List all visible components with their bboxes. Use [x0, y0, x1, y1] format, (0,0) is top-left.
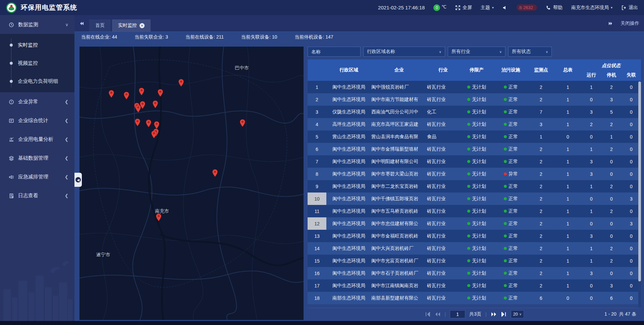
next-page-button[interactable]: [491, 312, 497, 317]
row-region-cell: 阆中生态环境局: [326, 146, 371, 152]
sidebar-group-日志查看[interactable]: 日志查看❮: [0, 186, 74, 205]
table-row[interactable]: 6阆中生态环境局阆中市金博瑞新型墙材砖瓦行业无计划正常21120: [308, 143, 641, 155]
row-stopped-count: 2: [601, 258, 622, 264]
row-enterprise-cell[interactable]: 阆中市五马桥页岩机砖: [371, 208, 427, 214]
tabs-scroll-right-icon[interactable]: [608, 21, 613, 26]
theme-dropdown[interactable]: 主题▾: [481, 5, 494, 11]
row-facility-status-cell: 正常: [494, 208, 528, 214]
table-row[interactable]: 9阆中生态环境局阆中市二龙长宝页岩砖砖瓦行业无计划正常21120: [308, 180, 641, 193]
row-enterprise-cell[interactable]: 阆中市枣碧大梁山页岩: [371, 171, 427, 177]
map-panel[interactable]: 巴中市南充市遂宁市: [79, 47, 304, 320]
sidebar-group-企业异常[interactable]: 企业异常❮: [0, 92, 74, 111]
close-operations-button[interactable]: 关闭操作: [621, 20, 639, 26]
scrollbar-thumb[interactable]: [638, 82, 641, 281]
first-page-button[interactable]: [425, 312, 431, 317]
map-pin-icon[interactable]: [135, 105, 141, 113]
last-page-button[interactable]: [501, 312, 507, 317]
row-enterprise-cell[interactable]: 南充市高坪区王家店建: [371, 121, 427, 127]
sidebar-collapse-handle[interactable]: ◀: [74, 173, 82, 187]
logout-button[interactable]: 退出: [621, 5, 638, 11]
region-filter-select[interactable]: 行政区域名称∨: [363, 47, 445, 57]
map-pin-icon[interactable]: [156, 213, 162, 221]
map-pin-icon[interactable]: [154, 121, 160, 129]
user-dropdown[interactable]: 南充市生态环境局▾: [571, 5, 612, 11]
row-enterprise-cell[interactable]: 阆中市江南镇阆南页岩: [371, 283, 427, 289]
sidebar-group-基础数据管理[interactable]: 基础数据管理❮: [0, 149, 74, 167]
help-button[interactable]: 帮助: [546, 5, 562, 11]
table-row[interactable]: 15阆中生态环境局阆中市光富页岩机砖厂砖瓦行业无计划正常21120: [308, 255, 641, 267]
sidebar-group-数据监测[interactable]: 数据监测∨: [0, 15, 74, 34]
mute-button[interactable]: [502, 5, 508, 10]
table-row[interactable]: 10阆中生态环境局阆中千佛镇五郎垭页岩砖瓦行业无计划正常21003: [308, 193, 641, 205]
table-row[interactable]: 2阆中生态环境局阆中市南方节能建材有砖瓦行业无计划正常21030: [308, 93, 641, 106]
map-pin-icon[interactable]: [135, 118, 141, 126]
sidebar-item-企业电力负荷明细[interactable]: 企业电力负荷明细: [0, 72, 74, 90]
row-index-cell: 11: [308, 205, 326, 217]
sidebar-item-实时监控[interactable]: 实时监控: [0, 36, 74, 54]
table-row[interactable]: 18南部生态环境局南部县新型建材有限公砖瓦行业无计划正常60060: [308, 292, 641, 304]
green-status-dot: [467, 123, 470, 126]
sidebar-group-企业综合统计[interactable]: 企业综合统计❮: [0, 111, 74, 130]
table-row[interactable]: 5营山生态环境局营山县润丰肉食品有限食品无计划正常10010: [308, 130, 641, 143]
row-facility-status-cell: 正常: [494, 246, 528, 252]
row-enterprise-cell[interactable]: 阆中大兴页岩机砖厂: [371, 246, 427, 252]
row-facility-status-cell: 正常: [494, 196, 528, 202]
table-row[interactable]: 7阆中生态环境局阆中明阳建材有限公司砖瓦行业无计划正常21300: [308, 155, 641, 168]
row-enterprise-cell[interactable]: 阆中市金福旺页岩机砖: [371, 233, 427, 239]
industry-filter-select[interactable]: 所有行业∨: [448, 47, 505, 57]
green-status-dot: [504, 110, 507, 113]
map-pin-icon[interactable]: [178, 79, 184, 87]
row-enterprise-cell[interactable]: 营山县润丰肉食品有限: [371, 134, 427, 140]
fullscreen-button[interactable]: 全屏: [455, 5, 472, 11]
table-row[interactable]: 14阆中生态环境局阆中大兴页岩机砖厂砖瓦行业无计划正常21120: [308, 242, 641, 255]
tab-实时监控[interactable]: 实时监控✕: [112, 19, 151, 32]
page-size-select[interactable]: 20∨: [511, 310, 524, 318]
table-body: 1阆中生态环境局阆中强锐页岩砖厂砖瓦行业无计划正常211202阆中生态环境局阆中…: [308, 81, 641, 308]
prev-page-button[interactable]: [435, 312, 441, 317]
row-enterprise-cell[interactable]: 阆中强锐页岩砖厂: [371, 84, 427, 90]
row-enterprise-cell[interactable]: 西南油气田分公司川中: [371, 109, 427, 115]
map-pin-icon[interactable]: [239, 119, 246, 127]
map-pin-icon[interactable]: [123, 92, 129, 100]
map-pin-icon[interactable]: [139, 88, 145, 96]
row-enterprise-cell[interactable]: 阆中市光富页岩机砖厂: [371, 258, 427, 264]
table-row[interactable]: 11阆中生态环境局阆中市五马桥页岩机砖砖瓦行业无计划正常21120: [308, 205, 641, 217]
name-filter-input[interactable]: [311, 49, 357, 54]
row-enterprise-cell[interactable]: 阆中市金博瑞新型墙材: [371, 146, 427, 152]
status-filter-select[interactable]: 所有状态∨: [508, 47, 552, 57]
row-monitor-count: 2: [528, 221, 554, 226]
row-enterprise-cell[interactable]: 阆中市石子页岩机砖厂: [371, 270, 427, 276]
table-row[interactable]: 8阆中生态环境局阆中市枣碧大梁山页岩砖瓦行业无计划异常21300: [308, 168, 641, 180]
map-pin-icon[interactable]: [152, 100, 158, 108]
tabs-scroll-left-icon[interactable]: [79, 21, 85, 26]
row-enterprise-cell[interactable]: 阆中千佛镇五郎垭页岩: [371, 196, 427, 202]
row-enterprise-cell[interactable]: 阆中市忠信建材有限公: [371, 221, 427, 227]
row-region-cell: 阆中生态环境局: [326, 196, 371, 202]
table-row[interactable]: 3仪陇生态环境局西南油气田分公司川中化工无计划正常71350: [308, 106, 641, 118]
table-row[interactable]: 1阆中生态环境局阆中强锐页岩砖厂砖瓦行业无计划正常21120: [308, 81, 641, 93]
map-pin-icon[interactable]: [146, 119, 152, 127]
table-row[interactable]: 12阆中生态环境局阆中市忠信建材有限公砖瓦行业无计划正常21003: [308, 217, 641, 230]
table-row[interactable]: 13阆中生态环境局阆中市金福旺页岩机砖砖瓦行业无计划正常21300: [308, 230, 641, 242]
tab-首页[interactable]: 首页: [89, 19, 111, 32]
map-pin-icon[interactable]: [212, 169, 218, 177]
row-enterprise-cell[interactable]: 阆中市南方节能建材有: [371, 97, 427, 103]
row-enterprise-cell[interactable]: 阆中明阳建材有限公司: [371, 159, 427, 165]
row-total-meter-count: 1: [554, 85, 581, 90]
row-enterprise-cell[interactable]: 阆中市二龙长宝页岩砖: [371, 183, 427, 189]
tab-close-icon[interactable]: ✕: [140, 23, 145, 28]
sidebar-group-应急减排管理[interactable]: 应急减排管理❮: [0, 167, 74, 186]
table-row[interactable]: 16阆中生态环境局阆中市石子页岩机砖厂砖瓦行业无计划正常21300: [308, 267, 641, 279]
map-pin-icon[interactable]: [151, 130, 157, 139]
green-status-dot: [467, 197, 470, 200]
table-row[interactable]: 4高坪生态环境局南充市高坪区王家店建砖瓦行业无计划正常31220: [308, 118, 641, 130]
notification-badge[interactable]: 2632: [517, 4, 537, 11]
table-scrollbar[interactable]: [638, 81, 641, 308]
sidebar-group-企业用电量分析[interactable]: 企业用电量分析❮: [0, 130, 74, 149]
row-enterprise-cell[interactable]: 南部县新型建材有限公: [371, 295, 427, 301]
page-number-input[interactable]: [450, 310, 465, 318]
map-pin-icon[interactable]: [157, 89, 163, 97]
sidebar-item-视频监控[interactable]: 视频监控: [0, 54, 74, 72]
map-pin-icon[interactable]: [108, 90, 114, 98]
table-row[interactable]: 17阆中生态环境局阆中市江南镇阆南页岩砖瓦行业无计划正常21030: [308, 279, 641, 292]
